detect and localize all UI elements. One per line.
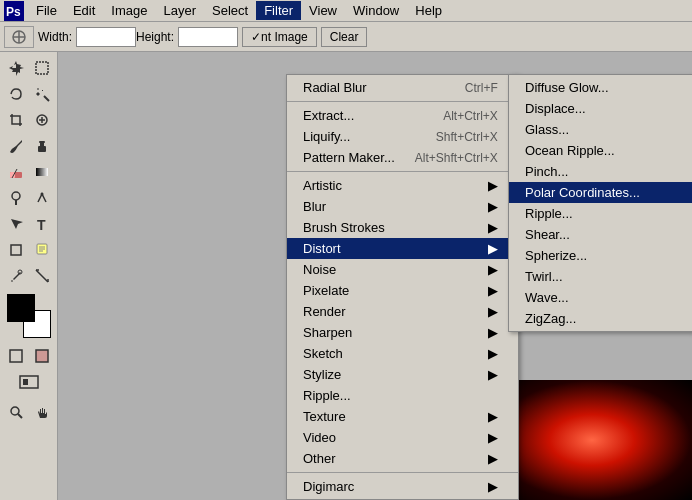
menu-item-render[interactable]: Render ▶ <box>287 301 518 322</box>
magic-wand-icon <box>34 86 50 102</box>
color-swatch-area[interactable] <box>7 294 51 338</box>
svg-rect-35 <box>23 379 28 385</box>
gradient-tool[interactable] <box>30 160 54 184</box>
type-tool[interactable]: T <box>30 212 54 236</box>
lasso-tool[interactable] <box>4 82 28 106</box>
canvas-area: Radial Blur Ctrl+F Extract... Alt+Ctrl+X… <box>58 52 692 500</box>
shape-tool[interactable] <box>4 238 28 262</box>
menu-item-video[interactable]: Video ▶ <box>287 427 518 448</box>
standard-mode-icon <box>8 348 24 364</box>
type-icon: T <box>34 216 50 232</box>
menu-item-pattern-maker[interactable]: Pattern Maker... Alt+Shft+Ctrl+X <box>287 147 518 168</box>
separator-2 <box>287 171 518 172</box>
menu-item-glass[interactable]: Glass... <box>509 119 692 140</box>
menu-item-sketch[interactable]: Sketch ▶ <box>287 343 518 364</box>
separator-1 <box>287 101 518 102</box>
gradient-icon <box>34 164 50 180</box>
menu-item-twirl[interactable]: Twirl... <box>509 266 692 287</box>
hand-tool[interactable] <box>30 400 54 424</box>
svg-point-36 <box>11 407 19 415</box>
stamp-icon <box>34 138 50 154</box>
width-input[interactable] <box>76 27 136 47</box>
svg-rect-18 <box>36 168 48 176</box>
clear-btn[interactable]: Clear <box>321 27 368 47</box>
menu-item-noise[interactable]: Noise ▶ <box>287 259 518 280</box>
screen-mode-btn[interactable] <box>17 370 41 394</box>
menu-item-ripple[interactable]: Ripple... <box>287 385 518 406</box>
menu-item-extract[interactable]: Extract... Alt+Ctrl+X <box>287 105 518 126</box>
menu-select[interactable]: Select <box>204 1 256 20</box>
menu-edit[interactable]: Edit <box>65 1 103 20</box>
zoom-tool[interactable] <box>4 400 28 424</box>
menu-help[interactable]: Help <box>407 1 450 20</box>
foreground-color-swatch[interactable] <box>7 294 35 322</box>
svg-text:T: T <box>37 217 46 232</box>
dodge-tool[interactable] <box>4 186 28 210</box>
svg-rect-14 <box>39 141 45 143</box>
menu-item-other[interactable]: Other ▶ <box>287 448 518 469</box>
shape-icon <box>8 242 24 258</box>
menu-filter[interactable]: Filter <box>256 1 301 20</box>
crop-tool[interactable] <box>4 108 28 132</box>
menu-item-pixelate[interactable]: Pixelate ▶ <box>287 280 518 301</box>
menu-item-pinch[interactable]: Pinch... <box>509 161 692 182</box>
height-input[interactable] <box>178 27 238 47</box>
eyedropper-tool[interactable] <box>4 264 28 288</box>
heal-tool[interactable] <box>30 108 54 132</box>
notes-tool[interactable] <box>30 238 54 262</box>
main-area: T <box>0 52 692 500</box>
menu-window[interactable]: Window <box>345 1 407 20</box>
menu-item-diffuse-glow[interactable]: Diffuse Glow... <box>509 77 692 98</box>
heal-icon <box>34 112 50 128</box>
svg-rect-23 <box>11 245 21 255</box>
menu-item-texture[interactable]: Texture ▶ <box>287 406 518 427</box>
marquee-tool[interactable] <box>30 56 54 80</box>
svg-rect-34 <box>20 376 38 388</box>
menu-item-liquify[interactable]: Liquify... Shft+Ctrl+X <box>287 126 518 147</box>
brush-tool[interactable] <box>4 134 28 158</box>
tool-options-btn[interactable] <box>4 26 34 48</box>
quick-mask-icon <box>34 348 50 364</box>
menu-item-polar-coordinates[interactable]: Polar Coordinates... <box>509 182 692 203</box>
menu-item-sharpen[interactable]: Sharpen ▶ <box>287 322 518 343</box>
magic-wand-tool[interactable] <box>30 82 54 106</box>
menu-item-stylize[interactable]: Stylize ▶ <box>287 364 518 385</box>
canvas-image <box>492 380 692 500</box>
commit-image-btn[interactable]: ✓nt Image <box>242 27 317 47</box>
menu-item-brush-strokes[interactable]: Brush Strokes ▶ <box>287 217 518 238</box>
menu-item-ripple-sub[interactable]: Ripple... <box>509 203 692 224</box>
menu-item-shear[interactable]: Shear... <box>509 224 692 245</box>
menu-item-distort[interactable]: Distort ▶ <box>287 238 518 259</box>
menu-item-wave[interactable]: Wave... <box>509 287 692 308</box>
measure-icon <box>34 268 50 284</box>
move-tool[interactable] <box>4 56 28 80</box>
notes-icon <box>34 242 50 258</box>
lasso-icon <box>8 86 24 102</box>
standard-mode-btn[interactable] <box>4 344 28 368</box>
stamp-tool[interactable] <box>30 134 54 158</box>
menu-item-ocean-ripple[interactable]: Ocean Ripple... <box>509 140 692 161</box>
menu-item-zigzag[interactable]: ZigZag... <box>509 308 692 329</box>
menu-item-blur[interactable]: Blur ▶ <box>287 196 518 217</box>
eraser-icon <box>8 164 24 180</box>
pen-tool[interactable] <box>30 186 54 210</box>
quick-mask-btn[interactable] <box>30 344 54 368</box>
eraser-tool[interactable] <box>4 160 28 184</box>
path-select-icon <box>8 216 24 232</box>
menu-view[interactable]: View <box>301 1 345 20</box>
marquee-icon <box>34 60 50 76</box>
menu-layer[interactable]: Layer <box>156 1 205 20</box>
menu-item-displace[interactable]: Displace... <box>509 98 692 119</box>
menu-image[interactable]: Image <box>103 1 155 20</box>
path-selection-tool[interactable] <box>4 212 28 236</box>
menu-item-digimarc[interactable]: Digimarc ▶ <box>287 476 518 497</box>
svg-line-6 <box>44 96 49 101</box>
menu-item-artistic[interactable]: Artistic ▶ <box>287 175 518 196</box>
options-icon <box>11 29 27 45</box>
menu-item-radial-blur[interactable]: Radial Blur Ctrl+F <box>287 77 518 98</box>
crop-icon <box>8 112 24 128</box>
menu-item-spherize[interactable]: Spherize... <box>509 245 692 266</box>
measure-tool[interactable] <box>30 264 54 288</box>
dodge-icon <box>8 190 24 206</box>
menu-file[interactable]: File <box>28 1 65 20</box>
